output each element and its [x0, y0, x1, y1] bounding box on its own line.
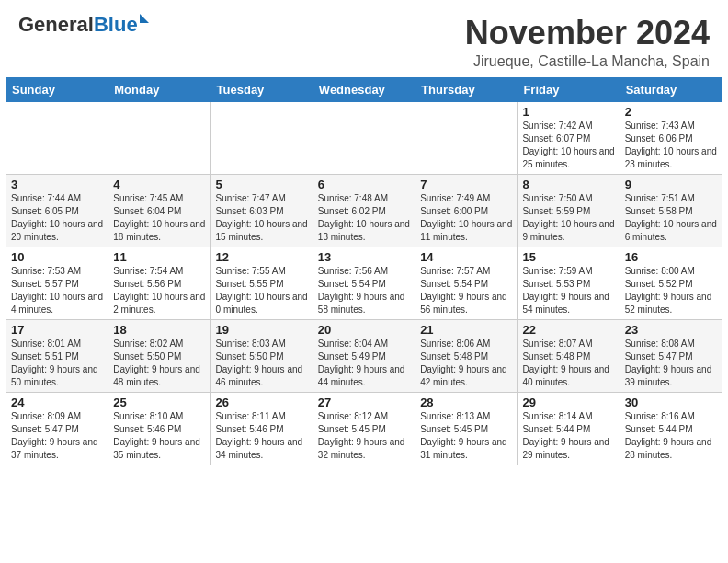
- calendar-body: 1Sunrise: 7:42 AM Sunset: 6:07 PM Daylig…: [6, 101, 722, 465]
- day-number: 21: [420, 323, 512, 337]
- calendar-cell: [210, 101, 313, 174]
- day-number: 4: [113, 178, 205, 191]
- day-number: 15: [522, 250, 614, 264]
- day-info: Sunrise: 7:49 AM Sunset: 6:00 PM Dayligh…: [420, 192, 512, 244]
- weekday-header: Wednesday: [313, 77, 415, 101]
- day-info: Sunrise: 8:13 AM Sunset: 5:45 PM Dayligh…: [420, 410, 512, 462]
- day-info: Sunrise: 7:47 AM Sunset: 6:03 PM Dayligh…: [216, 192, 308, 244]
- day-number: 6: [318, 178, 410, 191]
- calendar-cell: 29Sunrise: 8:14 AM Sunset: 5:44 PM Dayli…: [518, 392, 620, 465]
- calendar-cell: [415, 101, 518, 174]
- logo-blue-text: Blue: [94, 15, 138, 35]
- day-info: Sunrise: 7:53 AM Sunset: 5:57 PM Dayligh…: [11, 265, 103, 316]
- day-number: 29: [522, 396, 614, 409]
- calendar-cell: 28Sunrise: 8:13 AM Sunset: 5:45 PM Dayli…: [415, 392, 518, 465]
- calendar-table: SundayMondayTuesdayWednesdayThursdayFrid…: [6, 77, 722, 465]
- day-info: Sunrise: 8:01 AM Sunset: 5:51 PM Dayligh…: [11, 338, 103, 389]
- day-number: 23: [625, 323, 717, 337]
- weekday-header: Thursday: [415, 77, 518, 101]
- day-number: 14: [420, 250, 512, 264]
- day-info: Sunrise: 7:56 AM Sunset: 5:54 PM Dayligh…: [318, 265, 410, 316]
- day-info: Sunrise: 7:48 AM Sunset: 6:02 PM Dayligh…: [318, 192, 410, 244]
- day-info: Sunrise: 8:10 AM Sunset: 5:46 PM Dayligh…: [113, 410, 205, 462]
- day-info: Sunrise: 7:42 AM Sunset: 6:07 PM Dayligh…: [522, 120, 614, 171]
- day-number: 1: [522, 105, 614, 119]
- day-number: 30: [625, 396, 717, 409]
- calendar-cell: 18Sunrise: 8:02 AM Sunset: 5:50 PM Dayli…: [108, 319, 210, 392]
- day-number: 28: [420, 396, 512, 409]
- calendar-cell: 22Sunrise: 8:07 AM Sunset: 5:48 PM Dayli…: [518, 319, 620, 392]
- day-number: 2: [625, 105, 717, 119]
- day-info: Sunrise: 7:50 AM Sunset: 5:59 PM Dayligh…: [522, 192, 614, 244]
- calendar-cell: 20Sunrise: 8:04 AM Sunset: 5:49 PM Dayli…: [313, 319, 415, 392]
- calendar-cell: 5Sunrise: 7:47 AM Sunset: 6:03 PM Daylig…: [210, 174, 313, 247]
- day-number: 27: [318, 396, 410, 409]
- day-number: 10: [11, 250, 103, 264]
- calendar-cell: 3Sunrise: 7:44 AM Sunset: 6:05 PM Daylig…: [6, 174, 108, 247]
- calendar-cell: 19Sunrise: 8:03 AM Sunset: 5:50 PM Dayli…: [210, 319, 313, 392]
- page-header: General Blue November 2024 Jirueque, Cas…: [0, 0, 728, 77]
- day-info: Sunrise: 7:57 AM Sunset: 5:54 PM Dayligh…: [420, 265, 512, 316]
- month-title: November 2024: [465, 15, 710, 52]
- day-number: 11: [113, 250, 205, 264]
- day-info: Sunrise: 8:02 AM Sunset: 5:50 PM Dayligh…: [113, 338, 205, 389]
- day-info: Sunrise: 7:55 AM Sunset: 5:55 PM Dayligh…: [216, 265, 308, 316]
- day-info: Sunrise: 8:12 AM Sunset: 5:45 PM Dayligh…: [318, 410, 410, 462]
- day-info: Sunrise: 8:14 AM Sunset: 5:44 PM Dayligh…: [522, 410, 614, 462]
- location-title: Jirueque, Castille-La Mancha, Spain: [465, 53, 710, 70]
- day-number: 12: [216, 250, 308, 264]
- day-info: Sunrise: 8:07 AM Sunset: 5:48 PM Dayligh…: [522, 338, 614, 389]
- calendar-cell: 10Sunrise: 7:53 AM Sunset: 5:57 PM Dayli…: [6, 247, 108, 319]
- calendar-cell: [6, 101, 108, 174]
- calendar-cell: 9Sunrise: 7:51 AM Sunset: 5:58 PM Daylig…: [620, 174, 722, 247]
- day-number: 25: [113, 396, 205, 409]
- day-info: Sunrise: 8:06 AM Sunset: 5:48 PM Dayligh…: [420, 338, 512, 389]
- day-info: Sunrise: 8:04 AM Sunset: 5:49 PM Dayligh…: [318, 338, 410, 389]
- calendar-cell: [313, 101, 415, 174]
- calendar-cell: 25Sunrise: 8:10 AM Sunset: 5:46 PM Dayli…: [108, 392, 210, 465]
- calendar-cell: 21Sunrise: 8:06 AM Sunset: 5:48 PM Dayli…: [415, 319, 518, 392]
- calendar-cell: 7Sunrise: 7:49 AM Sunset: 6:00 PM Daylig…: [415, 174, 518, 247]
- calendar-cell: 2Sunrise: 7:43 AM Sunset: 6:06 PM Daylig…: [620, 101, 722, 174]
- calendar-cell: 13Sunrise: 7:56 AM Sunset: 5:54 PM Dayli…: [313, 247, 415, 319]
- logo: General Blue: [18, 15, 149, 35]
- day-number: 7: [420, 178, 512, 191]
- day-info: Sunrise: 8:11 AM Sunset: 5:46 PM Dayligh…: [216, 410, 308, 462]
- day-number: 3: [11, 178, 103, 191]
- calendar-cell: 1Sunrise: 7:42 AM Sunset: 6:07 PM Daylig…: [518, 101, 620, 174]
- day-info: Sunrise: 8:09 AM Sunset: 5:47 PM Dayligh…: [11, 410, 103, 462]
- day-info: Sunrise: 7:44 AM Sunset: 6:05 PM Dayligh…: [11, 192, 103, 244]
- day-number: 5: [216, 178, 308, 191]
- day-number: 16: [625, 250, 717, 264]
- day-number: 24: [11, 396, 103, 409]
- day-number: 13: [318, 250, 410, 264]
- calendar-cell: 15Sunrise: 7:59 AM Sunset: 5:53 PM Dayli…: [518, 247, 620, 319]
- day-info: Sunrise: 8:03 AM Sunset: 5:50 PM Dayligh…: [216, 338, 308, 389]
- day-number: 22: [522, 323, 614, 337]
- weekday-header: Tuesday: [210, 77, 313, 101]
- weekday-header: Saturday: [620, 77, 722, 101]
- weekday-header: Friday: [518, 77, 620, 101]
- day-number: 26: [216, 396, 308, 409]
- day-info: Sunrise: 8:16 AM Sunset: 5:44 PM Dayligh…: [625, 410, 717, 462]
- calendar-cell: 16Sunrise: 8:00 AM Sunset: 5:52 PM Dayli…: [620, 247, 722, 319]
- day-number: 19: [216, 323, 308, 337]
- calendar-header: SundayMondayTuesdayWednesdayThursdayFrid…: [6, 77, 722, 101]
- day-number: 17: [11, 323, 103, 337]
- day-number: 9: [625, 178, 717, 191]
- calendar-cell: 27Sunrise: 8:12 AM Sunset: 5:45 PM Dayli…: [313, 392, 415, 465]
- day-number: 20: [318, 323, 410, 337]
- calendar-cell: 12Sunrise: 7:55 AM Sunset: 5:55 PM Dayli…: [210, 247, 313, 319]
- calendar-cell: 17Sunrise: 8:01 AM Sunset: 5:51 PM Dayli…: [6, 319, 108, 392]
- day-info: Sunrise: 8:08 AM Sunset: 5:47 PM Dayligh…: [625, 338, 717, 389]
- calendar-cell: 6Sunrise: 7:48 AM Sunset: 6:02 PM Daylig…: [313, 174, 415, 247]
- calendar-cell: 8Sunrise: 7:50 AM Sunset: 5:59 PM Daylig…: [518, 174, 620, 247]
- day-number: 18: [113, 323, 205, 337]
- weekday-header: Sunday: [6, 77, 108, 101]
- day-info: Sunrise: 7:59 AM Sunset: 5:53 PM Dayligh…: [522, 265, 614, 316]
- calendar-cell: 30Sunrise: 8:16 AM Sunset: 5:44 PM Dayli…: [620, 392, 722, 465]
- calendar-cell: 14Sunrise: 7:57 AM Sunset: 5:54 PM Dayli…: [415, 247, 518, 319]
- weekday-header: Monday: [108, 77, 210, 101]
- calendar-cell: 26Sunrise: 8:11 AM Sunset: 5:46 PM Dayli…: [210, 392, 313, 465]
- calendar-cell: [108, 101, 210, 174]
